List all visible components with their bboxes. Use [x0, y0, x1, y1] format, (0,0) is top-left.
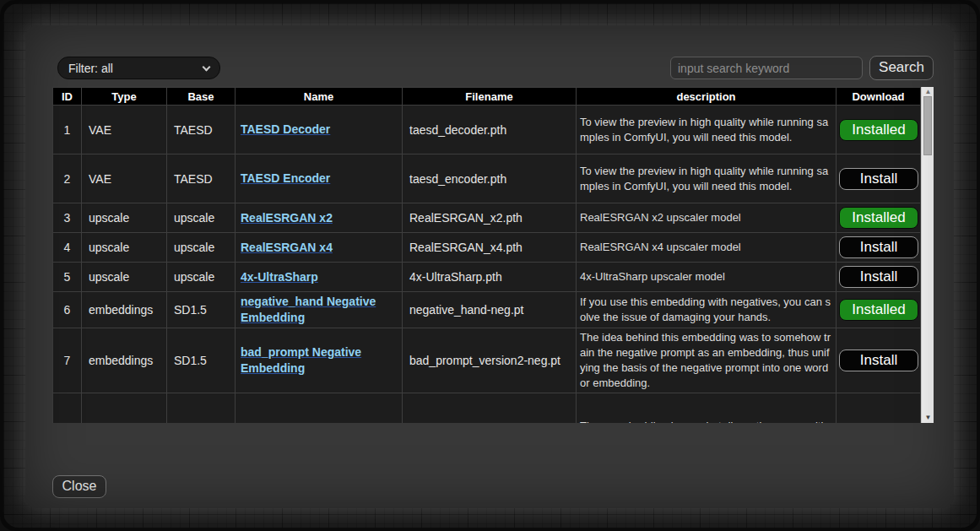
- cell-download: [837, 393, 921, 424]
- cell-type: [82, 393, 167, 424]
- table-row: 2VAETAESDTAESD Encodertaesd_encoder.pthT…: [53, 154, 921, 203]
- cell-filename: taesd_decoder.pth: [403, 106, 577, 154]
- install-models-dialog: Filter: all Search IDTypeBaseNameFilenam…: [25, 25, 954, 508]
- cell-name: [236, 393, 403, 424]
- cell-base: SD1.5: [167, 292, 236, 328]
- search-input[interactable]: [670, 57, 863, 79]
- table-row: 7embeddingsSD1.5bad_prompt Negative Embe…: [53, 328, 921, 393]
- cell-download: Install: [837, 154, 921, 203]
- model-name-link[interactable]: negative_hand Negative Embedding: [241, 295, 376, 324]
- cell-download: Installed: [837, 292, 921, 328]
- column-header-name: Name: [236, 88, 403, 106]
- cell-type: upscale: [82, 263, 167, 292]
- model-name-link[interactable]: bad_prompt Negative Embedding: [241, 345, 361, 375]
- table-row: 1VAETAESDTAESD Decodertaesd_decoder.pthT…: [53, 106, 921, 154]
- cell-base: upscale: [167, 263, 236, 292]
- install-button[interactable]: Install: [839, 349, 918, 371]
- cell-name: TAESD Decoder: [236, 106, 403, 154]
- cell-filename: RealESRGAN_x4.pth: [403, 233, 577, 263]
- cell-download: Installed: [837, 203, 921, 233]
- cell-filename: 4x-UltraSharp.pth: [403, 263, 577, 292]
- column-header-type: Type: [82, 88, 167, 106]
- installed-button[interactable]: Installed: [839, 299, 918, 321]
- model-name-link[interactable]: TAESD Decoder: [241, 122, 330, 136]
- cell-base: upscale: [167, 233, 236, 263]
- cell-id: 6: [53, 292, 82, 328]
- cell-description: To view the preview in high quality whil…: [577, 154, 837, 203]
- cell-download: Installed: [837, 106, 921, 154]
- cell-type: VAE: [82, 106, 167, 154]
- cell-name: RealESRGAN x4: [236, 233, 403, 263]
- model-name-link[interactable]: RealESRGAN x2: [241, 211, 333, 225]
- cell-name: TAESD Encoder: [236, 154, 403, 203]
- cell-description: If you use this embedding with negatives…: [577, 292, 837, 328]
- model-name-link[interactable]: TAESD Encoder: [241, 171, 330, 185]
- close-button[interactable]: Close: [52, 475, 106, 498]
- models-table: IDTypeBaseNameFilenamedescriptionDownloa…: [52, 87, 920, 423]
- cell-name: RealESRGAN x2: [236, 203, 403, 233]
- cell-type: embeddings: [82, 292, 167, 328]
- table-row: 4upscaleupscaleRealESRGAN x4RealESRGAN_x…: [53, 233, 921, 263]
- cell-name: bad_prompt Negative Embedding: [236, 328, 403, 393]
- cell-type: embeddings: [82, 328, 167, 393]
- installed-button[interactable]: Installed: [839, 119, 918, 141]
- cell-base: TAESD: [167, 154, 236, 203]
- cell-download: Install: [837, 233, 921, 263]
- cell-type: VAE: [82, 154, 167, 203]
- column-header-id: ID: [53, 88, 82, 106]
- cell-id: 4: [53, 233, 82, 263]
- column-header-description: description: [577, 88, 837, 106]
- scrollbar-thumb[interactable]: [923, 96, 932, 155]
- cell-description: RealESRGAN x4 upscaler model: [577, 233, 837, 263]
- table-row: 3upscaleupscaleRealESRGAN x2RealESRGAN_x…: [53, 203, 921, 233]
- cell-description: These embedding learn what disgusting co…: [577, 393, 837, 424]
- column-header-download: Download: [837, 88, 921, 106]
- cell-name: negative_hand Negative Embedding: [236, 292, 403, 328]
- cell-id: 2: [53, 154, 82, 203]
- cell-type: upscale: [82, 233, 167, 263]
- cell-base: upscale: [167, 203, 236, 233]
- model-name-link[interactable]: 4x-UltraSharp: [241, 270, 318, 284]
- cell-filename: [403, 393, 577, 424]
- cell-id: 5: [53, 263, 82, 292]
- table-row: 6embeddingsSD1.5negative_hand Negative E…: [53, 292, 921, 328]
- table-row: These embedding learn what disgusting co…: [53, 393, 921, 424]
- cell-base: TAESD: [167, 106, 236, 154]
- filter-dropdown[interactable]: Filter: all: [57, 57, 220, 79]
- install-button[interactable]: Install: [839, 236, 918, 258]
- cell-download: Install: [837, 263, 921, 292]
- models-table-zone: IDTypeBaseNameFilenamedescriptionDownloa…: [52, 87, 934, 423]
- cell-type: upscale: [82, 203, 167, 233]
- table-row: 5upscaleupscale4x-UltraSharp4x-UltraShar…: [53, 263, 921, 292]
- column-header-base: Base: [167, 88, 236, 106]
- table-scrollbar[interactable]: ▲ ▼: [921, 87, 934, 423]
- cell-id: [53, 393, 82, 424]
- cell-description: 4x-UltraSharp upscaler model: [577, 263, 837, 292]
- install-button[interactable]: Install: [839, 168, 918, 190]
- cell-filename: RealESRGAN_x2.pth: [403, 203, 577, 233]
- scrollbar-down-arrow-icon[interactable]: ▼: [922, 413, 934, 423]
- cell-download: Install: [837, 328, 921, 393]
- installed-button[interactable]: Installed: [839, 207, 918, 229]
- cell-description: RealESRGAN x2 upscaler model: [577, 203, 837, 233]
- cell-filename: taesd_encoder.pth: [403, 154, 577, 203]
- cell-filename: negative_hand-neg.pt: [403, 292, 577, 328]
- model-name-link[interactable]: RealESRGAN x4: [241, 241, 333, 254]
- table-header: IDTypeBaseNameFilenamedescriptionDownloa…: [53, 88, 921, 106]
- search-button[interactable]: Search: [869, 56, 934, 80]
- cell-base: SD1.5: [167, 328, 236, 393]
- filter-dropdown-wrap: Filter: all: [57, 57, 220, 79]
- cell-filename: bad_prompt_version2-neg.pt: [403, 328, 577, 393]
- cell-id: 7: [53, 328, 82, 393]
- cell-id: 3: [53, 203, 82, 233]
- install-button[interactable]: Install: [839, 266, 918, 288]
- models-table-scroll-area: IDTypeBaseNameFilenamedescriptionDownloa…: [52, 87, 920, 423]
- column-header-filename: Filename: [403, 88, 577, 106]
- cell-base: [167, 393, 236, 424]
- cell-id: 1: [53, 106, 82, 154]
- cell-description: The idea behind this embedding was to so…: [577, 328, 837, 393]
- cell-description: To view the preview in high quality whil…: [577, 106, 837, 154]
- cell-name: 4x-UltraSharp: [236, 263, 403, 292]
